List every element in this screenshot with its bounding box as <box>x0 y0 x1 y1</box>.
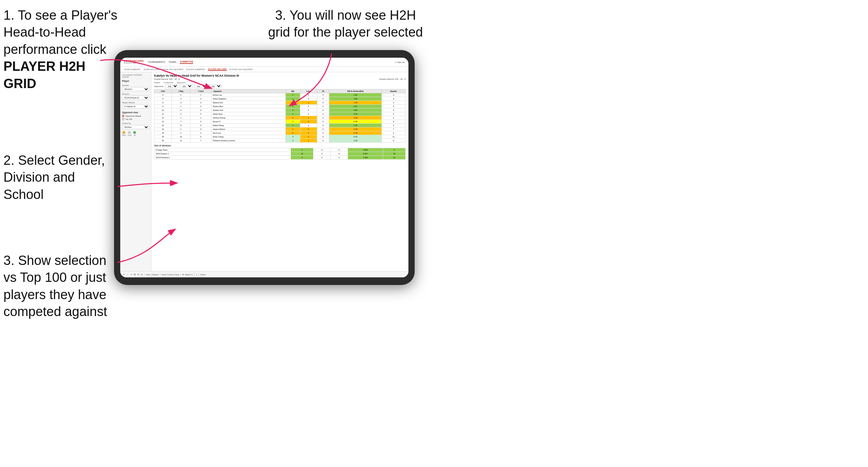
conference-filter-group: Conference <box>163 82 173 84</box>
tablet-frame: SCOREBOARD Powered by clippd TOURNAMENTS… <box>114 50 415 285</box>
table-row: 3 1 1 Esther Lee 1 0 0 1.50 4 <box>154 93 406 97</box>
conference-filter-select[interactable]: (All) <box>194 84 207 88</box>
filter-selects-row: Opponents: (All) (All) (All) (All) <box>154 84 406 88</box>
colour-by-select[interactable]: Win/loss <box>122 125 149 129</box>
records-row: Overall Record: 353 - 34 - 6 Division Re… <box>154 78 406 80</box>
colour-legend: Down Level Up <box>122 131 149 136</box>
nav-tournaments[interactable]: TOURNAMENTS <box>148 61 165 63</box>
instruction-1: 1. To see a Player's Head-to-Head perfor… <box>3 7 117 92</box>
nav-committee[interactable]: COMMITTEE <box>180 60 193 64</box>
left-panel: Last Updated: 27/03/2024 16:55:38 Player… <box>120 72 151 271</box>
sign-out-btn[interactable]: Sign out <box>397 61 405 63</box>
last-updated: Last Updated: 27/03/2024 16:55:38 <box>122 74 149 78</box>
colour-by-label: Colour by <box>122 122 149 124</box>
division-section: Division NCAA Division III <box>122 93 149 100</box>
h2h-table: # Div # Reg # Conf Opponent Win Loss Tie… <box>154 89 406 143</box>
toolbar-share[interactable]: Share <box>200 274 206 276</box>
filter-row: Region Conference Opponent <box>154 82 406 84</box>
opp-filter-label: Opponent <box>177 82 185 84</box>
table-row: NAIA Division 1 15 0 0 9.267 30 <box>154 152 406 156</box>
region-filter-select[interactable]: (All) <box>180 84 193 88</box>
conf-filter-label: Conference <box>163 82 173 84</box>
out-division-table: Foreign Team 1 0 0 4.500 2 NAIA Division… <box>154 148 406 160</box>
instruction-3-top: 3. You will now see H2H grid for the pla… <box>263 7 428 41</box>
radio-top100[interactable]: Top 100 <box>122 118 149 120</box>
colour-by-section: Colour by Win/loss <box>122 122 149 129</box>
table-row: 16 1 3 Jessica Mason 1 2 0 -0.94 7 <box>154 127 406 131</box>
toolbar-watch[interactable]: 👁 Watch ▾ <box>182 273 192 276</box>
opponent-filter-group: Opponent <box>177 82 185 84</box>
app-header: SCOREBOARD Powered by clippd TOURNAMENTS… <box>120 58 408 67</box>
table-row: 9 1 4 Sharon Mun 1 0 0 3.67 3 <box>154 105 406 108</box>
table-row: NCAA Division 2 5 0 0 7.400 10 <box>154 156 406 160</box>
logo-subtitle: Powered by clippd <box>124 63 144 64</box>
subnav-team-h2h[interactable]: TEAM H2H GRID <box>143 68 160 70</box>
table-row: 20 11 7 Federica Domecq Lacroze 2 1 0 1.… <box>154 139 406 143</box>
gender-select[interactable]: Women's <box>122 87 149 91</box>
overall-record: Overall Record: 353 - 34 - 6 <box>154 78 180 80</box>
region-filter-label: Region <box>154 82 160 84</box>
toolbar-undo[interactable]: ↩ <box>123 273 125 276</box>
subnav-player-h2h[interactable]: PLAYER H2H GRID <box>208 68 227 71</box>
table-row: 6 3 3 Sydney Kuo 0 1 0 -1.00 3 <box>154 101 406 105</box>
instruction-2: 2. Select Gender, Division and School <box>3 152 117 203</box>
player-section: Player <box>122 80 149 82</box>
tablet-screen: SCOREBOARD Powered by clippd TOURNAMENTS… <box>120 58 408 277</box>
bottom-toolbar: ↩ ← ↪ ⊞ ⟲ ◷ View: Original Save Custom V… <box>120 271 408 277</box>
nav-teams[interactable]: TEAMS <box>169 61 176 63</box>
table-row: 13 1 1 Jessica Huang 0 1 0 -3.00 2 <box>154 116 406 120</box>
opponent-filter-select[interactable]: (All) <box>209 84 222 88</box>
radio-opponents[interactable]: Opponents Played <box>122 115 149 117</box>
toolbar-clock[interactable]: ◷ <box>141 273 143 276</box>
player-rank-section: Player (Rank) 8. Katelyn Vo <box>122 102 149 108</box>
sign-out-area: i | Sign out <box>395 61 405 63</box>
out-of-division-title: Out of division <box>154 144 406 147</box>
main-area: Last Updated: 27/03/2024 16:55:38 Player… <box>120 72 408 271</box>
table-row: 14 7 4 Eunice Yi 2 2 0 0.38 9 <box>154 120 406 124</box>
table-row: 10 6 3 Andrea York 2 0 0 4.00 4 <box>154 108 406 112</box>
toolbar-reset[interactable]: ⟲ <box>137 273 139 276</box>
toolbar-download[interactable]: ⤓ <box>196 273 197 276</box>
player-rank-label: Player (Rank) <box>122 102 149 104</box>
nav-bar: TOURNAMENTS TEAMS COMMITTEE <box>148 60 391 64</box>
subnav-player-summary[interactable]: PLAYER SUMMARY <box>186 68 205 70</box>
toolbar-redo[interactable]: ↪ <box>130 273 132 276</box>
player-rank-select[interactable]: 8. Katelyn Vo <box>122 104 149 108</box>
gender-label: Gender <box>122 84 149 86</box>
opponents-filter-select[interactable]: (All) <box>165 84 178 88</box>
toolbar-back[interactable]: ← <box>126 273 129 276</box>
table-row: Foreign Team 1 0 0 4.500 2 <box>154 148 406 152</box>
gender-section: Gender Women's <box>122 84 149 91</box>
toolbar-save-custom[interactable]: Save Custom View <box>162 274 179 276</box>
table-row: 5 2 2 Alexis Sudjianto 1 0 0 4.00 3 <box>154 97 406 101</box>
division-label: Division <box>122 93 149 95</box>
toolbar-view-original[interactable]: View: Original <box>146 274 159 276</box>
table-row: 11 2 5 Heejo Hyun 1 0 0 3.33 3 <box>154 112 406 116</box>
division-select[interactable]: NCAA Division III <box>122 96 149 100</box>
table-row: 18 2 2 Euna Lee 0 1 0 -5.00 2 <box>154 131 406 135</box>
opponent-view-label: Opponent view <box>122 111 149 114</box>
app-logo: SCOREBOARD Powered by clippd <box>124 60 144 65</box>
table-row: 19 10 6 Emily Chang 4 1 0 0.30 11 <box>154 135 406 139</box>
toolbar-grid[interactable]: ⊞ <box>134 273 136 276</box>
division-record: Division Record: 331 - 34 - 6 <box>379 78 406 80</box>
opponents-label: Opponents: <box>154 85 164 87</box>
instruction-3-bottom: 3. Show selection vs Top 100 or just pla… <box>3 252 117 321</box>
table-row: 15 8 5 Stella Cheng 1 0 0 1.25 4 <box>154 124 406 127</box>
region-filter-group: Region <box>154 82 160 84</box>
subnav-team-heatmap[interactable]: TEAM H2H HEATMAP <box>162 68 183 70</box>
subnav-team-summary[interactable]: TEAM SUMMARY <box>124 68 141 70</box>
subnav-player-heatmap[interactable]: PLAYER H2H HEATMAP <box>229 68 253 70</box>
player-label: Player <box>122 80 149 82</box>
right-content: Katelyn Vo Head-to-Head Grid for Women's… <box>151 72 408 271</box>
grid-title: Katelyn Vo Head-to-Head Grid for Women's… <box>154 74 406 77</box>
opponent-view-section: Opponent view Opponents Played Top 100 <box>122 111 149 120</box>
sub-nav: TEAM SUMMARY TEAM H2H GRID TEAM H2H HEAT… <box>120 67 408 72</box>
